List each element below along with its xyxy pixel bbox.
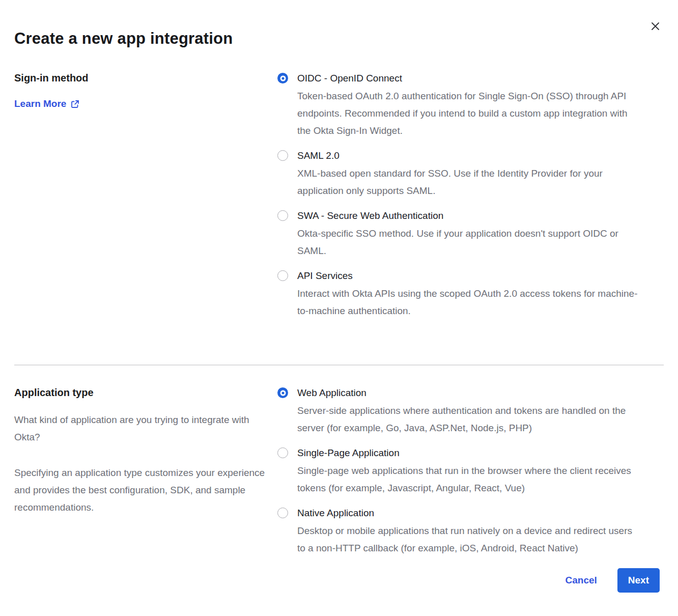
- option-title: Web Application: [297, 386, 641, 400]
- option-title: Single-Page Application: [297, 446, 641, 460]
- option-title: SAML 2.0: [297, 149, 641, 163]
- option-text: Single-Page Application Single-page web …: [297, 446, 641, 497]
- option-description: XML-based open standard for SSO. Use if …: [297, 165, 641, 200]
- radio-option-swa[interactable]: SWA - Secure Web Authentication Okta-spe…: [277, 209, 641, 260]
- application-type-left-column: Application type What kind of applicatio…: [14, 386, 277, 566]
- option-title: API Services: [297, 269, 641, 283]
- section-divider: [14, 365, 664, 366]
- radio-button[interactable]: [277, 210, 288, 221]
- radio-option-web-application[interactable]: Web Application Server-side applications…: [277, 386, 641, 437]
- application-type-question: What kind of application are you trying …: [14, 411, 267, 446]
- next-button[interactable]: Next: [617, 568, 660, 593]
- option-description: Single-page web applications that run in…: [297, 462, 641, 497]
- radio-button[interactable]: [277, 387, 288, 398]
- create-app-integration-dialog: Create a new app integration Sign-in met…: [0, 0, 678, 616]
- option-text: Web Application Server-side applications…: [297, 386, 641, 437]
- signin-method-options: OIDC - OpenID Connect Token-based OAuth …: [277, 71, 641, 329]
- cancel-button[interactable]: Cancel: [566, 575, 597, 586]
- radio-button[interactable]: [277, 270, 288, 281]
- option-description: Server-side applications where authentic…: [297, 402, 641, 437]
- radio-option-api-services[interactable]: API Services Interact with Okta APIs usi…: [277, 269, 641, 320]
- learn-more-link[interactable]: Learn More: [14, 98, 79, 109]
- radio-option-oidc[interactable]: OIDC - OpenID Connect Token-based OAuth …: [277, 71, 641, 139]
- option-description: Token-based OAuth 2.0 authentication for…: [297, 88, 641, 139]
- radio-button[interactable]: [277, 447, 288, 458]
- application-type-options: Web Application Server-side applications…: [277, 386, 641, 566]
- option-text: SWA - Secure Web Authentication Okta-spe…: [297, 209, 641, 260]
- radio-button[interactable]: [277, 150, 288, 161]
- option-text: Native Application Desktop or mobile app…: [297, 506, 641, 557]
- signin-method-left-column: Sign-in method Learn More: [14, 71, 277, 329]
- option-description: Interact with Okta APIs using the scoped…: [297, 285, 641, 320]
- radio-option-single-page-application[interactable]: Single-Page Application Single-page web …: [277, 446, 641, 497]
- learn-more-label: Learn More: [14, 98, 66, 109]
- signin-method-section: Sign-in method Learn More OIDC - OpenID …: [0, 71, 678, 329]
- option-text: API Services Interact with Okta APIs usi…: [297, 269, 641, 320]
- radio-option-saml[interactable]: SAML 2.0 XML-based open standard for SSO…: [277, 149, 641, 200]
- option-text: OIDC - OpenID Connect Token-based OAuth …: [297, 71, 641, 139]
- dialog-footer: Cancel Next: [566, 568, 660, 593]
- option-text: SAML 2.0 XML-based open standard for SSO…: [297, 149, 641, 200]
- option-title: SWA - Secure Web Authentication: [297, 209, 641, 223]
- option-title: OIDC - OpenID Connect: [297, 71, 641, 86]
- application-type-section: Application type What kind of applicatio…: [0, 386, 678, 566]
- page-title: Create a new app integration: [0, 0, 678, 48]
- signin-method-label: Sign-in method: [14, 71, 267, 85]
- option-title: Native Application: [297, 506, 641, 520]
- radio-button[interactable]: [277, 73, 288, 83]
- option-description: Okta-specific SSO method. Use if your ap…: [297, 225, 641, 260]
- close-button[interactable]: [648, 19, 662, 33]
- external-link-icon: [71, 100, 79, 108]
- application-type-help-text: Specifying an application type customize…: [14, 464, 267, 516]
- close-icon: [651, 21, 660, 31]
- radio-button[interactable]: [277, 508, 288, 518]
- radio-option-native-application[interactable]: Native Application Desktop or mobile app…: [277, 506, 641, 557]
- option-description: Desktop or mobile applications that run …: [297, 522, 641, 557]
- application-type-label: Application type: [14, 386, 267, 399]
